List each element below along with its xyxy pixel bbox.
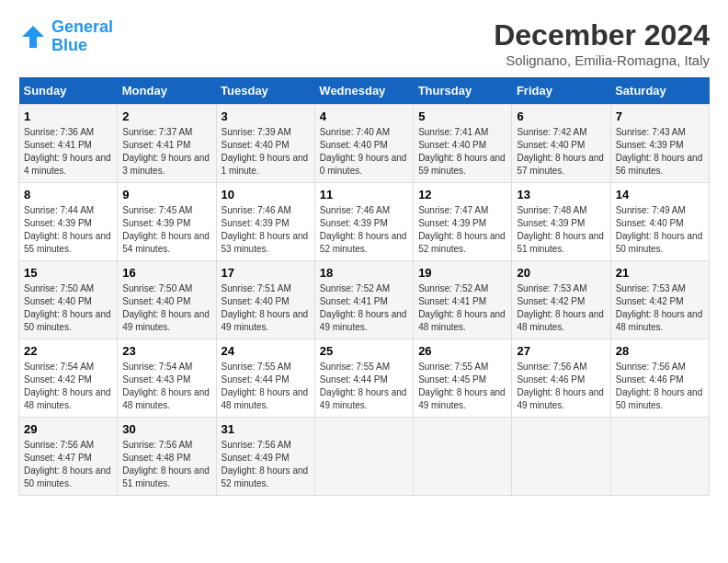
calendar-cell [610,418,709,496]
logo-blue: Blue [51,36,87,54]
logo-text: General Blue [51,18,113,55]
day-number: 17 [222,266,310,280]
calendar-cell: 31Sunrise: 7:56 AMSunset: 4:49 PMDayligh… [216,418,314,496]
calendar-cell [512,418,610,496]
day-number: 28 [616,344,704,358]
day-number: 22 [24,344,112,358]
calendar-cell: 21Sunrise: 7:53 AMSunset: 4:42 PMDayligh… [610,261,709,339]
day-number: 14 [616,188,704,201]
day-number: 9 [122,188,210,201]
day-detail: Sunrise: 7:56 AMSunset: 4:46 PMDaylight:… [517,361,605,412]
day-detail: Sunrise: 7:46 AMSunset: 4:39 PMDaylight:… [222,204,310,256]
day-number: 20 [517,266,605,280]
calendar-cell [414,418,512,496]
header-day-wednesday: Wednesday [314,77,413,105]
day-detail: Sunrise: 7:55 AMSunset: 4:44 PMDaylight:… [320,361,408,412]
calendar-cell: 30Sunrise: 7:56 AMSunset: 4:48 PMDayligh… [118,418,216,496]
day-number: 3 [222,109,310,123]
day-detail: Sunrise: 7:54 AMSunset: 4:43 PMDaylight:… [122,361,210,412]
day-number: 4 [320,109,408,123]
day-detail: Sunrise: 7:53 AMSunset: 4:42 PMDaylight:… [616,282,704,334]
day-number: 13 [517,188,605,201]
day-number: 27 [517,344,605,358]
header-row: SundayMondayTuesdayWednesdayThursdayFrid… [19,77,710,105]
day-number: 11 [320,188,408,201]
day-number: 25 [320,344,408,358]
calendar-cell: 9Sunrise: 7:45 AMSunset: 4:39 PMDaylight… [118,183,216,261]
week-row-4: 22Sunrise: 7:54 AMSunset: 4:42 PMDayligh… [19,339,710,418]
calendar-cell: 24Sunrise: 7:55 AMSunset: 4:44 PMDayligh… [216,339,314,418]
calendar-cell: 17Sunrise: 7:51 AMSunset: 4:40 PMDayligh… [216,261,314,339]
day-detail: Sunrise: 7:56 AMSunset: 4:49 PMDaylight:… [222,439,310,490]
calendar-cell: 13Sunrise: 7:48 AMSunset: 4:39 PMDayligh… [512,183,610,261]
week-row-1: 1Sunrise: 7:36 AMSunset: 4:41 PMDaylight… [19,105,710,183]
day-detail: Sunrise: 7:50 AMSunset: 4:40 PMDaylight:… [24,282,112,334]
day-number: 5 [418,109,506,123]
calendar-cell: 29Sunrise: 7:56 AMSunset: 4:47 PMDayligh… [19,418,118,496]
day-detail: Sunrise: 7:37 AMSunset: 4:41 PMDaylight:… [122,126,210,178]
day-number: 18 [320,266,408,280]
day-number: 6 [517,109,605,123]
day-number: 10 [222,188,310,201]
day-number: 16 [122,266,210,280]
day-detail: Sunrise: 7:51 AMSunset: 4:40 PMDaylight:… [222,282,310,334]
calendar-cell: 6Sunrise: 7:42 AMSunset: 4:40 PMDaylight… [512,105,610,183]
day-detail: Sunrise: 7:47 AMSunset: 4:39 PMDaylight:… [418,204,506,256]
day-number: 31 [222,422,310,436]
day-detail: Sunrise: 7:56 AMSunset: 4:47 PMDaylight:… [24,439,112,490]
calendar-cell: 23Sunrise: 7:54 AMSunset: 4:43 PMDayligh… [118,339,216,418]
week-row-3: 15Sunrise: 7:50 AMSunset: 4:40 PMDayligh… [19,261,710,339]
header-day-thursday: Thursday [414,77,512,105]
day-number: 26 [418,344,506,358]
day-detail: Sunrise: 7:44 AMSunset: 4:39 PMDaylight:… [24,204,112,256]
day-detail: Sunrise: 7:55 AMSunset: 4:44 PMDaylight:… [222,361,310,412]
calendar-cell: 2Sunrise: 7:37 AMSunset: 4:41 PMDaylight… [118,105,216,183]
day-number: 19 [418,266,506,280]
header: General Blue December 2024 Solignano, Em… [18,18,710,68]
day-detail: Sunrise: 7:50 AMSunset: 4:40 PMDaylight:… [122,282,210,334]
calendar-cell: 16Sunrise: 7:50 AMSunset: 4:40 PMDayligh… [118,261,216,339]
header-day-tuesday: Tuesday [216,77,314,105]
calendar-cell: 18Sunrise: 7:52 AMSunset: 4:41 PMDayligh… [314,261,413,339]
day-detail: Sunrise: 7:42 AMSunset: 4:40 PMDaylight:… [517,126,605,178]
calendar-cell: 5Sunrise: 7:41 AMSunset: 4:40 PMDaylight… [414,105,512,183]
day-detail: Sunrise: 7:43 AMSunset: 4:39 PMDaylight:… [616,126,704,178]
day-number: 15 [24,266,112,280]
day-detail: Sunrise: 7:45 AMSunset: 4:39 PMDaylight:… [122,204,210,256]
day-detail: Sunrise: 7:41 AMSunset: 4:40 PMDaylight:… [418,126,506,178]
day-number: 24 [222,344,310,358]
day-number: 7 [616,109,704,123]
calendar-cell: 11Sunrise: 7:46 AMSunset: 4:39 PMDayligh… [314,183,413,261]
calendar-cell: 20Sunrise: 7:53 AMSunset: 4:42 PMDayligh… [512,261,610,339]
calendar-cell: 22Sunrise: 7:54 AMSunset: 4:42 PMDayligh… [19,339,118,418]
week-row-2: 8Sunrise: 7:44 AMSunset: 4:39 PMDaylight… [19,183,710,261]
svg-marker-0 [22,26,44,48]
day-number: 21 [616,266,704,280]
day-number: 1 [24,109,112,123]
header-day-saturday: Saturday [610,77,709,105]
logo-icon [18,22,48,52]
calendar-cell: 10Sunrise: 7:46 AMSunset: 4:39 PMDayligh… [216,183,314,261]
calendar-cell: 12Sunrise: 7:47 AMSunset: 4:39 PMDayligh… [414,183,512,261]
calendar-table: SundayMondayTuesdayWednesdayThursdayFrid… [18,77,710,496]
calendar-cell: 19Sunrise: 7:52 AMSunset: 4:41 PMDayligh… [414,261,512,339]
day-detail: Sunrise: 7:53 AMSunset: 4:42 PMDaylight:… [517,282,605,334]
day-number: 12 [418,188,506,201]
calendar-cell: 25Sunrise: 7:55 AMSunset: 4:44 PMDayligh… [314,339,413,418]
day-detail: Sunrise: 7:54 AMSunset: 4:42 PMDaylight:… [24,361,112,412]
page-title: December 2024 [494,18,710,52]
day-detail: Sunrise: 7:55 AMSunset: 4:45 PMDaylight:… [418,361,506,412]
header-day-friday: Friday [512,77,610,105]
day-number: 23 [122,344,210,358]
day-number: 29 [24,422,112,436]
page-subtitle: Solignano, Emilia-Romagna, Italy [494,52,710,68]
calendar-cell: 1Sunrise: 7:36 AMSunset: 4:41 PMDaylight… [19,105,118,183]
calendar-cell: 28Sunrise: 7:56 AMSunset: 4:46 PMDayligh… [610,339,709,418]
calendar-cell: 4Sunrise: 7:40 AMSunset: 4:40 PMDaylight… [314,105,413,183]
calendar-cell: 3Sunrise: 7:39 AMSunset: 4:40 PMDaylight… [216,105,314,183]
header-day-sunday: Sunday [19,77,118,105]
day-detail: Sunrise: 7:36 AMSunset: 4:41 PMDaylight:… [24,126,112,178]
header-day-monday: Monday [118,77,216,105]
logo: General Blue [18,18,113,55]
calendar-cell: 14Sunrise: 7:49 AMSunset: 4:40 PMDayligh… [610,183,709,261]
